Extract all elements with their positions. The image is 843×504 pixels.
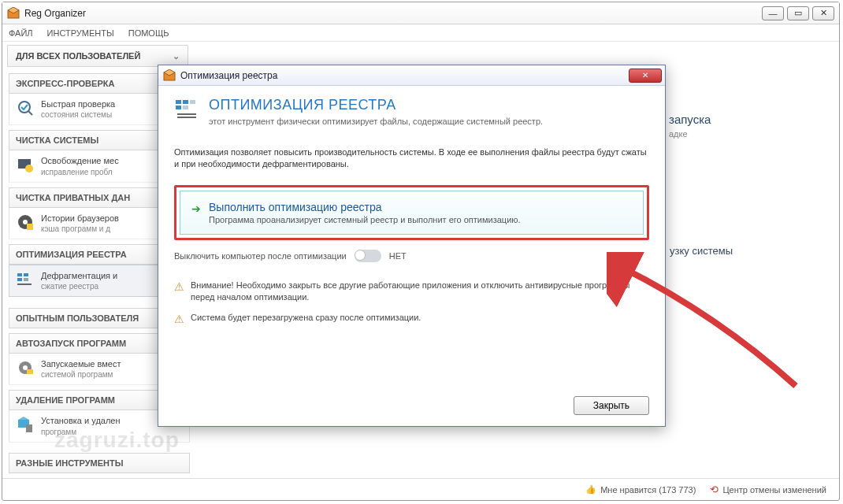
watermark: zagruzi.top	[54, 428, 180, 453]
run-optimization-button[interactable]: ➔ Выполнить оптимизацию реестра Программ…	[180, 191, 644, 235]
box-trash-icon	[16, 415, 35, 434]
svg-rect-7	[17, 273, 22, 276]
svg-rect-6	[27, 224, 33, 230]
defrag-icon	[16, 270, 35, 289]
gear-icon	[16, 358, 35, 377]
dialog-head-title: ОПТИМИЗАЦИЯ РЕЕСТРА	[209, 97, 543, 113]
background-text-2: узку системы	[670, 245, 733, 257]
background-text: запуска адке	[669, 113, 711, 139]
svg-rect-10	[24, 278, 28, 281]
maximize-button[interactable]: ▭	[787, 6, 809, 20]
svg-rect-21	[183, 106, 188, 109]
thumbs-up-icon: 👍	[585, 484, 596, 495]
app-title: Reg Organizer	[24, 8, 762, 19]
menu-bar: ФАЙЛ ИНСТРУМЕНТЫ ПОМОЩЬ	[2, 24, 839, 42]
dialog-icon	[163, 69, 176, 82]
main-titlebar: Reg Organizer — ▭ ✕	[2, 2, 839, 24]
dialog-description: Оптимизация позволяет повысить производи…	[174, 146, 649, 171]
svg-point-1	[19, 102, 30, 113]
defrag-large-icon	[174, 97, 199, 122]
menu-tools[interactable]: ИНСТРУМЕНТЫ	[47, 28, 114, 38]
section-all-users[interactable]: ДЛЯ ВСЕХ ПОЛЬЗОВАТЕЛЕЙ ⌄	[7, 45, 188, 67]
check-icon	[16, 98, 35, 117]
window-controls: — ▭ ✕	[762, 6, 834, 20]
section-label: ДЛЯ ВСЕХ ПОЛЬЗОВАТЕЛЕЙ	[16, 51, 140, 61]
app-icon	[7, 7, 20, 20]
dialog-head-subtitle: этот инструмент физически оптимизирует ф…	[209, 117, 543, 126]
svg-rect-17	[176, 100, 181, 104]
chevron-down-icon: ⌄	[173, 51, 180, 61]
action-highlight-box: ➔ Выполнить оптимизацию реестра Программ…	[174, 185, 649, 240]
optimize-dialog: Оптимизация реестра ✕ ОПТИМИЗАЦИЯ РЕЕСТР…	[158, 65, 666, 427]
svg-rect-8	[24, 273, 28, 276]
arrow-right-icon: ➔	[191, 202, 201, 215]
like-button[interactable]: 👍 Мне нравится (173 773)	[585, 484, 696, 495]
toggle-label: Выключить компьютер после оптимизации	[174, 251, 347, 261]
svg-rect-9	[17, 278, 22, 281]
svg-point-3	[25, 165, 33, 172]
action-title: Выполнить оптимизацию реестра	[209, 201, 521, 213]
dialog-close-button[interactable]: ✕	[629, 69, 662, 83]
svg-rect-15	[26, 424, 32, 432]
disc-icon	[16, 213, 35, 232]
broom-icon	[16, 155, 35, 174]
menu-help[interactable]: ПОМОЩЬ	[128, 28, 169, 38]
dialog-title: Оптимизация реестра	[180, 70, 629, 81]
dialog-body: ОПТИМИЗАЦИЯ РЕЕСТРА этот инструмент физи…	[158, 86, 665, 426]
undo-center[interactable]: ⟲ Центр отмены изменений	[710, 484, 826, 495]
dialog-titlebar[interactable]: Оптимизация реестра ✕	[158, 65, 665, 86]
dialog-header: ОПТИМИЗАЦИЯ РЕЕСТРА этот инструмент физи…	[174, 97, 649, 126]
dialog-close-btn[interactable]: Закрыть	[574, 396, 649, 415]
warning-icon: ⚠	[174, 280, 184, 304]
shutdown-toggle-row: Выключить компьютер после оптимизации НЕ…	[174, 250, 649, 262]
shutdown-toggle[interactable]	[355, 250, 381, 262]
menu-file[interactable]: ФАЙЛ	[9, 28, 33, 38]
warning-close-apps: ⚠ Внимание! Необходимо закрыть все други…	[174, 280, 649, 304]
undo-icon: ⟲	[710, 484, 719, 495]
svg-rect-18	[183, 100, 188, 104]
svg-rect-20	[176, 106, 181, 109]
warning-reboot: ⚠ Система будет перезагружена сразу посл…	[174, 312, 649, 328]
warning-icon: ⚠	[174, 312, 184, 328]
action-subtitle: Программа проанализирует системный реест…	[209, 215, 521, 224]
minimize-button[interactable]: —	[762, 6, 784, 20]
status-bar: 👍 Мне нравится (173 773) ⟲ Центр отмены …	[2, 478, 839, 500]
svg-rect-19	[190, 100, 195, 104]
svg-rect-13	[27, 369, 33, 374]
toggle-state: НЕТ	[389, 251, 407, 261]
close-button[interactable]: ✕	[812, 6, 834, 20]
